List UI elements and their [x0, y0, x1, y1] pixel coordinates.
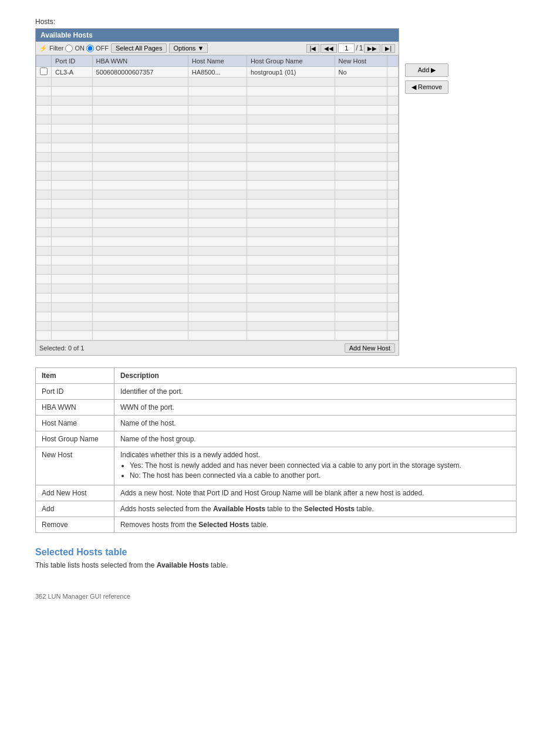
select-all-pages-button[interactable]: Select All Pages	[111, 43, 167, 53]
page-footer: 362 LUN Manager GUI reference	[35, 593, 525, 600]
desc-row-port-id: Port ID Identifier of the port.	[36, 384, 517, 400]
add-desc-bold2: Selected Hosts	[304, 505, 355, 513]
options-arrow-icon: ▼	[197, 45, 204, 52]
available-hosts-panel: Available Hosts ⚡ Filter ON OFF Select A…	[35, 28, 399, 356]
desc-desc-hba-wwn: WWN of the port.	[114, 400, 516, 416]
desc-row-host-name: Host Name Name of the host.	[36, 416, 517, 431]
desc-desc-port-id: Identifier of the port.	[114, 384, 516, 400]
table-row-empty	[36, 218, 399, 228]
table-row[interactable]: CL3-A 5006080000607357 HA8500... hostgro…	[36, 67, 399, 77]
table-row-empty	[36, 181, 399, 190]
desc-row-remove: Remove Removes hosts from the Selected H…	[36, 517, 517, 533]
table-row-empty	[36, 143, 399, 153]
desc-item-new-host: New Host	[36, 447, 114, 485]
desc-row-hba-wwn: HBA WWN WWN of the port.	[36, 400, 517, 416]
cell-hba-wwn: 5006080000607357	[92, 67, 188, 77]
page-input[interactable]	[338, 43, 355, 53]
desc-item-remove: Remove	[36, 517, 114, 533]
filter-off-label: OFF	[96, 45, 109, 52]
filter-off-radio[interactable]	[86, 45, 94, 52]
prev-page-button[interactable]: ◀◀	[321, 44, 337, 53]
cell-extra	[387, 67, 398, 77]
pagination: |◀ ◀◀ / 1 ▶▶ ▶|	[306, 43, 395, 53]
col-hba-wwn: HBA WWN	[92, 56, 188, 67]
remove-button[interactable]: ◀ Remove	[405, 80, 448, 94]
cell-port-id: CL3-A	[52, 67, 93, 77]
hosts-label: Hosts:	[35, 18, 525, 26]
filter-on-label: ON	[75, 45, 85, 52]
desc-row-add: Add Adds hosts selected from the Availab…	[36, 501, 517, 517]
table-row-empty	[36, 293, 399, 303]
toolbar: ⚡ Filter ON OFF Select All Pages Options…	[36, 42, 399, 55]
desc-item-hba-wwn: HBA WWN	[36, 400, 114, 416]
col-new-host: New Host	[335, 56, 387, 67]
col-port-id: Port ID	[52, 56, 93, 67]
add-button[interactable]: Add ▶	[405, 63, 448, 77]
selected-hosts-desc-prefix: This table lists hosts selected from the	[35, 561, 157, 569]
table-row-empty	[36, 96, 399, 106]
selected-hosts-desc-bold: Available Hosts	[157, 561, 209, 569]
table-footer: Selected: 0 of 1 Add New Host	[36, 340, 399, 355]
table-row-empty	[36, 200, 399, 209]
table-row-empty	[36, 134, 399, 143]
options-label: Options	[173, 45, 195, 52]
side-buttons: Add ▶ ◀ Remove	[405, 63, 448, 94]
desc-item-add-new-host: Add New Host	[36, 485, 114, 501]
options-button[interactable]: Options ▼	[169, 43, 208, 53]
new-host-bullet-no: No: The host has been connected via a ca…	[130, 471, 510, 480]
desc-desc-remove: Removes hosts from the Selected Hosts ta…	[114, 517, 516, 533]
available-hosts-table: Port ID HBA WWN Host Name Host Group Nam…	[36, 55, 399, 340]
cell-host-name: HA8500...	[188, 67, 247, 77]
add-new-host-button[interactable]: Add New Host	[345, 343, 395, 353]
table-row-empty	[36, 331, 399, 340]
page-total: 1	[359, 44, 363, 52]
col-host-group-name: Host Group Name	[247, 56, 335, 67]
desc-col-item: Item	[36, 368, 114, 384]
desc-row-add-new-host: Add New Host Adds a new host. Note that …	[36, 485, 517, 501]
description-table: Item Description Port ID Identifier of t…	[35, 367, 517, 533]
table-row-empty	[36, 275, 399, 284]
first-page-button[interactable]: |◀	[306, 44, 320, 53]
new-host-bullets: Yes: The host is newly added and has nev…	[120, 461, 510, 480]
desc-item-host-name: Host Name	[36, 416, 114, 431]
cell-new-host: No	[335, 67, 387, 77]
table-row-empty	[36, 124, 399, 134]
desc-col-description: Description	[114, 368, 516, 384]
selected-hosts-desc: This table lists hosts selected from the…	[35, 561, 525, 569]
col-host-name: Host Name	[188, 56, 247, 67]
table-row-empty	[36, 153, 399, 162]
col-checkbox	[36, 56, 52, 67]
remove-desc-bold: Selected Hosts	[198, 521, 249, 529]
table-row-empty	[36, 265, 399, 275]
desc-item-add: Add	[36, 501, 114, 517]
table-row-empty	[36, 171, 399, 181]
table-row-empty	[36, 322, 399, 331]
next-page-button[interactable]: ▶▶	[364, 44, 380, 53]
table-row-empty	[36, 162, 399, 171]
desc-row-host-group-name: Host Group Name Name of the host group.	[36, 431, 517, 447]
selected-count: Selected: 0 of 1	[39, 345, 84, 352]
desc-item-port-id: Port ID	[36, 384, 114, 400]
available-hosts-table-container: Port ID HBA WWN Host Name Host Group Nam…	[36, 55, 399, 340]
new-host-bullet-yes: Yes: The host is newly added and has nev…	[130, 461, 510, 470]
last-page-button[interactable]: ▶|	[382, 44, 395, 53]
description-table-container: Item Description Port ID Identifier of t…	[35, 367, 517, 533]
desc-desc-host-group-name: Name of the host group.	[114, 431, 516, 447]
desc-row-new-host: New Host Indicates whether this is a new…	[36, 447, 517, 485]
filter-icon: ⚡	[39, 45, 48, 52]
desc-item-host-group-name: Host Group Name	[36, 431, 114, 447]
table-row-empty	[36, 115, 399, 124]
table-row-empty	[36, 256, 399, 265]
table-row-empty	[36, 228, 399, 237]
row-checkbox[interactable]	[40, 67, 48, 75]
desc-desc-new-host: Indicates whether this is a newly added …	[114, 447, 516, 485]
filter-section: ⚡ Filter ON OFF	[39, 45, 109, 52]
table-row-empty	[36, 303, 399, 312]
table-row-empty	[36, 209, 399, 218]
selected-hosts-desc-suffix: table.	[209, 561, 228, 569]
filter-on-radio[interactable]	[65, 45, 73, 52]
desc-desc-add: Adds hosts selected from the Available H…	[114, 501, 516, 517]
table-row-empty	[36, 312, 399, 322]
col-extra	[387, 56, 398, 67]
panel-header: Available Hosts	[36, 29, 399, 42]
